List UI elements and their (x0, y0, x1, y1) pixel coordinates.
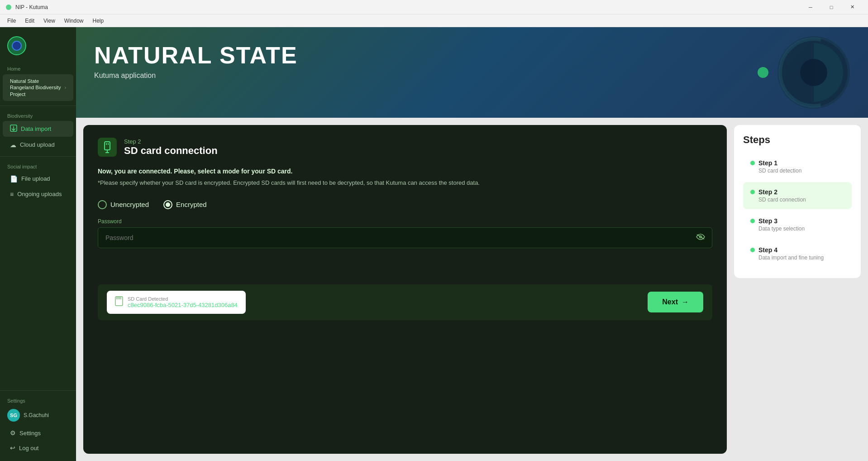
sd-card-text: SD Card Detected c8ec9086-fcba-5021-37d5… (128, 296, 238, 308)
radio-group: Unencrypted Encrypted (98, 200, 712, 209)
step-header: Step 2 SD card connection (98, 138, 712, 157)
step-1-header: Step 1 (750, 159, 844, 167)
step-1-label: Step 1 (758, 159, 777, 167)
list-icon: ≡ (10, 191, 14, 198)
logout-icon: ↩ (10, 444, 15, 451)
user-initials: SG (10, 413, 17, 418)
cloud-icon: ☁ (10, 141, 16, 149)
svg-rect-5 (105, 142, 110, 150)
step-number: Step 2 (124, 138, 218, 145)
sidebar-item-logout[interactable]: ↩ Log out (3, 441, 73, 455)
menu-window[interactable]: Window (61, 17, 87, 25)
menu-file[interactable]: File (4, 17, 19, 25)
unencrypted-label: Unencrypted (110, 201, 149, 208)
file-upload-label: File upload (21, 175, 50, 182)
step-2-header: Step 2 (750, 188, 844, 196)
sidebar: Home Natural State Rangeland Biodiversit… (0, 27, 76, 461)
encrypted-label: Encrypted (176, 201, 207, 208)
app-icon (5, 4, 12, 10)
step-item-3[interactable]: Step 3 Data type selection (743, 211, 852, 238)
step-1-dot (750, 161, 755, 165)
banner-title: NATURAL STATE (94, 42, 850, 69)
minimize-button[interactable]: ─ (800, 0, 821, 14)
password-input[interactable] (98, 227, 712, 248)
divider-2 (0, 156, 76, 157)
sidebar-item-data-import[interactable]: Data import (3, 121, 73, 137)
user-name: S.Gachuhi (24, 412, 49, 418)
main-content: NATURAL STATE Kutuma application (76, 27, 868, 461)
sidebar-item-settings[interactable]: ⚙ Settings (3, 426, 73, 440)
radio-circle-encrypted (163, 200, 172, 209)
logout-label: Log out (19, 445, 38, 451)
sidebar-item-file-upload[interactable]: 📄 File upload (3, 172, 73, 186)
cloud-upload-label: Cloud upload (20, 141, 55, 148)
step-4-label: Step 4 (758, 246, 777, 254)
banner-subtitle: Kutuma application (94, 72, 850, 80)
section-social-label: Social impact (0, 160, 76, 171)
step-title: SD card connection (124, 145, 218, 157)
step-4-dot (750, 248, 755, 252)
menu-edit[interactable]: Edit (21, 17, 38, 25)
step-3-dot (750, 219, 755, 223)
file-icon: 📄 (10, 175, 18, 182)
bottom-bar: SD Card Detected c8ec9086-fcba-5021-37d5… (98, 284, 712, 320)
content-area: Step 2 SD card connection Now, you are c… (76, 118, 868, 461)
sidebar-item-project[interactable]: Natural State Rangeland Biodiversity Pro… (3, 74, 73, 101)
data-import-icon (10, 125, 17, 133)
sd-card-info: SD Card Detected c8ec9086-fcba-5021-37d5… (107, 291, 246, 314)
sidebar-user[interactable]: SG S.Gachuhi (0, 405, 76, 425)
sidebar-item-ongoing-uploads[interactable]: ≡ Ongoing uploads (3, 187, 73, 202)
titlebar: NIP - Kutuma ─ □ ✕ (0, 0, 868, 14)
settings-item-label: Settings (19, 430, 41, 437)
step-3-label: Step 3 (758, 217, 777, 225)
step-item-2[interactable]: Step 2 SD card connection (743, 182, 852, 209)
divider-1 (0, 106, 76, 106)
step-3-desc: Data type selection (750, 226, 844, 232)
user-avatar: SG (7, 409, 20, 422)
ongoing-uploads-label: Ongoing uploads (17, 191, 62, 197)
app-layout: Home Natural State Rangeland Biodiversit… (0, 27, 868, 461)
step-item-1[interactable]: Step 1 SD card detection (743, 153, 852, 180)
svg-rect-8 (106, 143, 107, 145)
password-label: Password (98, 218, 712, 225)
sd-card-id: c8ec9086-fcba-5021-37d5-43281d306a84 (128, 302, 238, 308)
project-label: Natural State Rangeland Biodiversity Pro… (10, 78, 61, 97)
sd-card-detected-label: SD Card Detected (128, 296, 238, 302)
steps-panel: Steps Step 1 SD card detection Step 2 SD… (734, 125, 861, 278)
steps-title: Steps (743, 134, 852, 146)
deco-large-circle (777, 36, 850, 109)
step-icon (98, 138, 117, 157)
step-item-4[interactable]: Step 4 Data import and fine tuning (743, 240, 852, 267)
deco-small-circle (758, 67, 768, 78)
step-3-header: Step 3 (750, 217, 844, 225)
close-button[interactable]: ✕ (842, 0, 863, 14)
step-title-group: Step 2 SD card connection (124, 138, 218, 157)
svg-point-0 (6, 5, 11, 10)
menu-help[interactable]: Help (89, 17, 108, 25)
gear-icon: ⚙ (10, 429, 16, 437)
step-2-desc: SD card connection (750, 197, 844, 203)
maximize-button[interactable]: □ (821, 0, 842, 14)
radio-encrypted[interactable]: Encrypted (163, 200, 207, 209)
banner-decoration (758, 36, 850, 109)
svg-point-4 (800, 59, 827, 86)
sidebar-item-cloud-upload[interactable]: ☁ Cloud upload (3, 138, 73, 152)
data-import-label: Data import (21, 125, 51, 132)
divider-3 (0, 390, 76, 391)
radio-unencrypted[interactable]: Unencrypted (98, 200, 149, 209)
settings-label: Settings (0, 394, 76, 405)
step-2-label: Step 2 (758, 188, 777, 196)
step-2-dot (750, 190, 755, 194)
radio-circle-unencrypted (98, 200, 107, 209)
arrow-right-icon: → (682, 298, 689, 306)
section-home-label: Home (0, 62, 76, 73)
next-button[interactable]: Next → (648, 292, 703, 312)
sd-card-icon (115, 296, 123, 308)
header-banner: NATURAL STATE Kutuma application (76, 27, 868, 118)
toggle-password-icon[interactable] (696, 234, 705, 242)
window-controls: ─ □ ✕ (800, 0, 863, 14)
password-wrapper (98, 227, 712, 248)
menu-view[interactable]: View (40, 17, 59, 25)
logo-inner (12, 41, 22, 51)
next-button-label: Next (662, 298, 678, 306)
